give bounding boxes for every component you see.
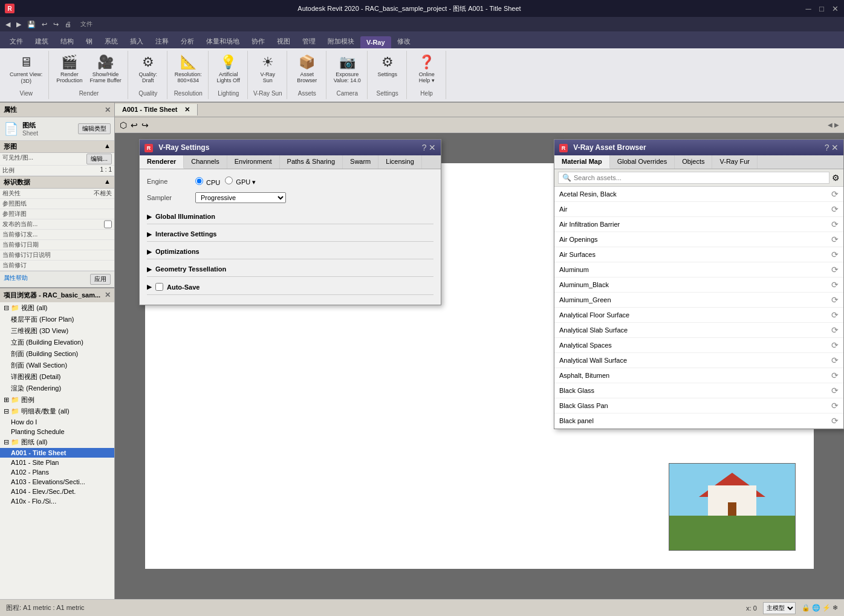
tab-massing[interactable]: 体量和场地 [200, 34, 245, 48]
optimizations-header[interactable]: ▶ Optimizations [147, 244, 433, 259]
tab-renderer[interactable]: Renderer [140, 155, 184, 169]
online-help-button[interactable]: ❓ OnlineHelp ▾ [412, 53, 442, 85]
properties-help-link[interactable]: 属性帮助 [4, 274, 28, 285]
gpu-dropdown[interactable]: ▾ [252, 178, 256, 186]
material-item[interactable]: Analytical Wall Surface⟳ [554, 353, 843, 368]
tree-item[interactable]: 剖面 (Wall Section) [0, 360, 114, 371]
quick-back[interactable]: ◀ [4, 17, 12, 31]
tab-modify[interactable]: 修改 [391, 34, 417, 48]
tab-analyze[interactable]: 分析 [175, 34, 200, 48]
interactive-settings-header[interactable]: ▶ Interactive Settings [147, 227, 433, 242]
properties-close[interactable]: ✕ [105, 106, 111, 114]
material-item[interactable]: Asphalt, Bitumen⟳ [554, 368, 843, 383]
quick-save[interactable]: 💾 [25, 17, 37, 31]
sampler-select[interactable]: Progressive Bucket [195, 192, 286, 203]
quick-print[interactable]: 🖨 [63, 17, 73, 31]
nav-back-button[interactable]: ↩ [131, 120, 138, 130]
artificial-lights-button[interactable]: 💡 ArtificialLights Off [213, 53, 244, 85]
tab-steel[interactable]: 钢 [80, 34, 99, 48]
frame-buffer-button[interactable]: 🎥 Show/HideFrame Buffer [87, 53, 123, 85]
asset-browser-help[interactable]: ? [825, 143, 829, 152]
settings-button[interactable]: ⚙ Settings [372, 53, 403, 79]
tab-manage[interactable]: 管理 [296, 34, 322, 48]
global-illumination-header[interactable]: ▶ Global Illumination [147, 209, 433, 224]
tab-licensing[interactable]: Licensing [378, 155, 421, 169]
gpu-radio[interactable] [225, 177, 233, 184]
material-item[interactable]: Aluminum_Green⟳ [554, 293, 843, 308]
exposure-button[interactable]: 📷 ExposureValue: 14.0 [331, 53, 363, 85]
asset-browser-close[interactable]: ✕ [831, 143, 839, 152]
vray-settings-close[interactable]: ✕ [429, 143, 436, 152]
tree-item[interactable]: 立面 (Building Elevation) [0, 337, 114, 348]
filter-icon[interactable]: ⚙ [832, 173, 840, 183]
material-item[interactable]: Air⟳ [554, 202, 843, 217]
asset-browser-button[interactable]: 📦 AssetBrowser [292, 53, 322, 85]
tree-item[interactable]: 剖面 (Building Section) [0, 348, 114, 360]
edit-type-button[interactable]: 编辑类型 [78, 123, 111, 134]
tab-insert[interactable]: 插入 [124, 34, 149, 48]
edit-button[interactable]: 编辑... [86, 154, 112, 164]
tab-architecture[interactable]: 建筑 [29, 34, 54, 48]
tree-item[interactable]: A104 - Elev./Sec./Det. [0, 487, 114, 496]
tree-item[interactable]: 楼层平面 (Floor Plan) [0, 314, 114, 325]
doc-tab-a001[interactable]: A001 - Title Sheet ✕ [115, 104, 198, 115]
material-item[interactable]: Black panel⟳ [554, 413, 843, 429]
material-item[interactable]: Air Surfaces⟳ [554, 247, 843, 262]
resolution-button[interactable]: 📐 Resolution:800×634 [172, 53, 204, 85]
tree-item[interactable]: A001 - Title Sheet [0, 448, 114, 458]
tree-item[interactable]: A101 - Site Plan [0, 458, 114, 467]
material-item[interactable]: Air Infiltration Barrier⟳ [554, 217, 843, 232]
tab-vray[interactable]: V-Ray [360, 36, 391, 48]
quality-button[interactable]: ⚙ Quality:Draft [133, 53, 163, 85]
tree-item[interactable]: ⊟ 📁 图纸 (all) [0, 436, 114, 448]
asset-search-input[interactable] [574, 174, 825, 181]
tree-item[interactable]: 详图视图 (Detail) [0, 371, 114, 383]
publish-current-check[interactable] [104, 220, 112, 229]
tab-view[interactable]: 视图 [271, 34, 296, 48]
tab-collaborate[interactable]: 协作 [245, 34, 271, 48]
tree-item[interactable]: How do I [0, 417, 114, 427]
tree-item[interactable]: A103 - Elevations/Secti... [0, 477, 114, 487]
quick-forward[interactable]: ▶ [15, 17, 23, 31]
material-item[interactable]: Analytical Slab Surface⟳ [554, 323, 843, 338]
project-browser-close[interactable]: ✕ [105, 291, 111, 300]
cpu-radio[interactable] [195, 177, 203, 185]
tree-item[interactable]: 三维视图 (3D View) [0, 325, 114, 337]
material-item[interactable]: Air Openings⟳ [554, 232, 843, 247]
auto-save-header[interactable]: ▶ Auto-Save [147, 279, 433, 295]
material-item[interactable]: Black Glass⟳ [554, 383, 843, 398]
auto-save-check[interactable] [155, 283, 163, 291]
close-button[interactable]: ✕ [831, 4, 839, 13]
tab-objects[interactable]: Objects [675, 155, 712, 169]
nav-grid-button[interactable]: ⬡ [120, 120, 127, 130]
material-item[interactable]: Aluminum_Black⟳ [554, 277, 843, 293]
tab-paths-sharing[interactable]: Paths & Sharing [280, 155, 343, 169]
apply-button[interactable]: 应用 [90, 274, 111, 285]
tree-item[interactable]: ⊟ 📁 明细表/数量 (all) [0, 406, 114, 417]
minimize-button[interactable]: ─ [804, 4, 813, 13]
vray-settings-help[interactable]: ? [422, 143, 427, 152]
restore-button[interactable]: □ [817, 4, 826, 13]
tab-structure[interactable]: 结构 [54, 34, 80, 48]
tab-file[interactable]: 文件 [4, 34, 29, 48]
tab-environment[interactable]: Environment [227, 155, 280, 169]
vray-sun-button[interactable]: ☀ V-RaySun [253, 53, 283, 85]
render-production-button[interactable]: 🎬 RenderProduction [54, 53, 85, 85]
tab-addins[interactable]: 附加模块 [322, 34, 360, 48]
doc-tab-close[interactable]: ✕ [184, 106, 190, 113]
asset-browser-titlebar[interactable]: R V-Ray Asset Browser ? ✕ [554, 140, 843, 155]
material-item[interactable]: Acetal Resin, Black⟳ [554, 187, 843, 202]
tree-item[interactable]: ⊟ 📁 视图 (all) [0, 302, 114, 314]
material-item[interactable]: Black Glass Pan⟳ [554, 398, 843, 413]
tree-item[interactable]: Planting Schedule [0, 427, 114, 436]
tab-vray-fur[interactable]: V-Ray Fur [712, 155, 758, 169]
tab-swarm[interactable]: Swarm [343, 155, 378, 169]
tree-item[interactable]: A102 - Plans [0, 467, 114, 477]
nav-forward-button[interactable]: ↪ [141, 120, 149, 130]
tree-item[interactable]: A10x - Flo./Si... [0, 496, 114, 506]
vray-settings-titlebar[interactable]: R V-Ray Settings ? ✕ [140, 140, 441, 155]
tree-item[interactable]: 渲染 (Rendering) [0, 383, 114, 394]
tab-channels[interactable]: Channels [184, 155, 227, 169]
tab-global-overrides[interactable]: Global Overrides [610, 155, 675, 169]
quick-redo[interactable]: ↪ [51, 17, 60, 31]
